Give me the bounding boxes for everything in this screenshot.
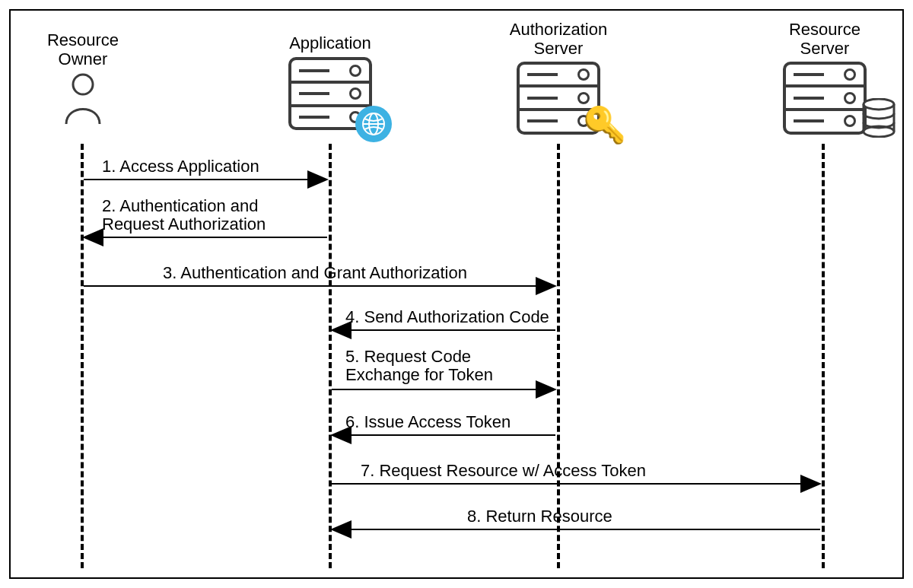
msg-2-label-line2: Request Authorization xyxy=(102,215,266,234)
diagram-frame: Resource Owner Application xyxy=(9,9,904,579)
arrows-layer xyxy=(11,11,905,580)
msg-6-label: 6. Issue Access Token xyxy=(345,412,511,432)
msg-5-label-line2: Exchange for Token xyxy=(345,365,493,385)
msg-2-label-line1: 2. Authentication and xyxy=(102,196,259,216)
msg-8-label: 8. Return Resource xyxy=(467,507,612,526)
msg-7-label: 7. Request Resource w/ Access Token xyxy=(361,461,646,481)
msg-1-label: 1. Access Application xyxy=(102,157,259,176)
msg-3-label: 3. Authentication and Grant Authorizatio… xyxy=(163,263,467,283)
msg-4-label: 4. Send Authorization Code xyxy=(345,307,549,327)
msg-5-label-line1: 5. Request Code xyxy=(345,347,471,367)
